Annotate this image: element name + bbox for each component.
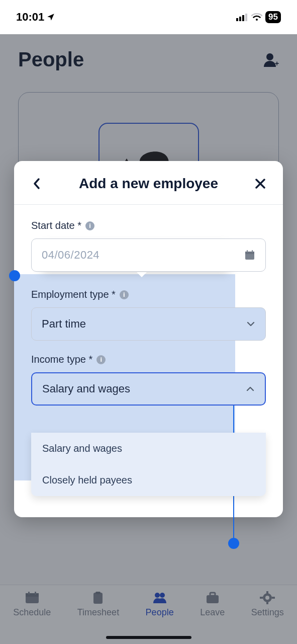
svg-rect-3 [245, 14, 247, 21]
income-type-value: Salary and wages [42, 382, 130, 395]
employment-type-value: Part time [42, 317, 86, 331]
close-icon [255, 178, 266, 189]
info-icon[interactable]: i [96, 355, 106, 364]
svg-rect-2 [242, 15, 244, 21]
selection-handle-end[interactable] [228, 538, 239, 549]
employment-type-select[interactable]: Part time [31, 307, 266, 341]
chevron-down-icon [246, 319, 255, 329]
svg-rect-0 [236, 18, 238, 21]
location-arrow-icon [46, 13, 55, 22]
income-type-label: Income type * [31, 354, 92, 365]
modal-header: Add a new employee [14, 161, 283, 205]
status-time-group: 10:01 [16, 11, 55, 24]
svg-rect-28 [245, 252, 254, 254]
wifi-icon [251, 13, 262, 21]
chevron-up-icon [246, 384, 255, 393]
start-date-field: Start date * i 04/06/2024 [31, 220, 266, 272]
employment-type-label: Employment type * [31, 289, 116, 300]
employment-type-field: Employment type * i Part time [31, 289, 266, 341]
start-date-label-row: Start date * i [31, 220, 266, 231]
cellular-signal-icon [236, 13, 248, 21]
income-type-dropdown: Salary and wages Closely held payees [31, 433, 266, 496]
status-bar: 10:01 95 [0, 0, 297, 34]
add-employee-modal: Add a new employee Start date * i 04/06/… [14, 161, 283, 517]
modal-title: Add a new employee [79, 176, 218, 192]
start-date-value: 04/06/2024 [42, 249, 100, 262]
start-date-input[interactable]: 04/06/2024 [31, 238, 266, 272]
svg-rect-30 [252, 250, 253, 253]
income-type-label-row: Income type * i [31, 354, 266, 365]
start-date-label: Start date * [31, 220, 81, 231]
calendar-icon [244, 250, 255, 261]
employment-type-label-row: Employment type * i [31, 289, 266, 300]
dropdown-option[interactable]: Salary and wages [31, 433, 266, 464]
svg-rect-1 [239, 17, 241, 21]
income-type-select[interactable]: Salary and wages [31, 372, 266, 406]
chevron-left-icon [33, 178, 41, 190]
dropdown-option[interactable]: Closely held payees [31, 464, 266, 496]
income-type-field: Income type * i Salary and wages [31, 354, 266, 406]
status-time: 10:01 [16, 11, 44, 24]
svg-point-4 [256, 19, 258, 21]
info-icon[interactable]: i [120, 290, 129, 299]
info-icon[interactable]: i [85, 221, 94, 230]
back-button[interactable] [28, 175, 45, 192]
selection-handle-start[interactable] [9, 270, 20, 281]
status-right-group: 95 [236, 11, 281, 23]
battery-level: 95 [265, 11, 281, 23]
svg-rect-29 [247, 250, 248, 253]
close-button[interactable] [252, 175, 269, 192]
